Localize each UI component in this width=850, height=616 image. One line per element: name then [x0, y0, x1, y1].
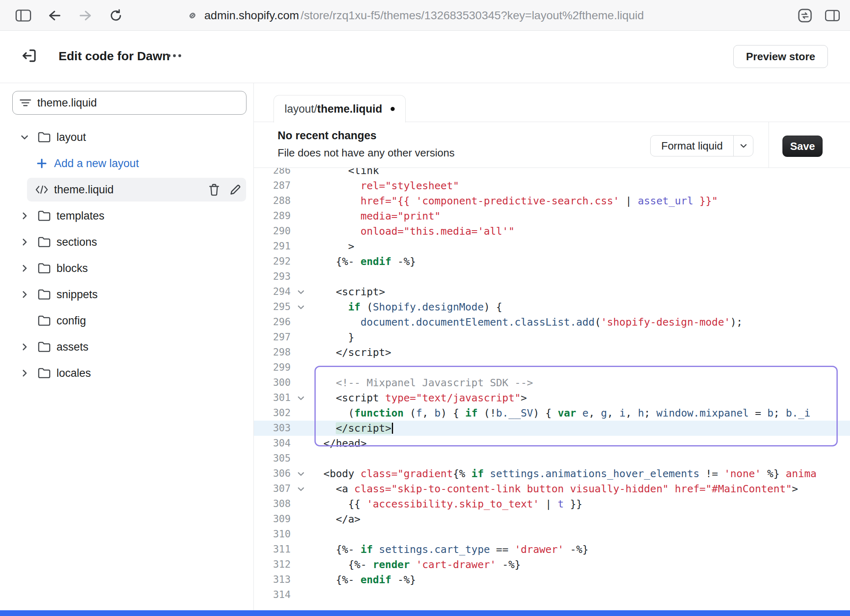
address-bar[interactable]: admin.shopify.com/store/rzq1xu-f5/themes… — [186, 0, 644, 31]
line-number[interactable]: 291 — [254, 239, 291, 254]
line-number[interactable]: 296 — [254, 315, 291, 330]
line-number[interactable]: 309 — [254, 512, 291, 527]
line-number[interactable]: 293 — [254, 269, 291, 284]
browser-extension-icon[interactable] — [796, 7, 814, 24]
delete-file-icon[interactable] — [203, 183, 225, 196]
sidebar-item-assets[interactable]: assets — [0, 334, 253, 360]
line-number[interactable]: 312 — [254, 557, 291, 572]
code-line-307[interactable]: 307 <a class="skip-to-content-link butto… — [254, 481, 850, 496]
code-line-299[interactable]: 299 — [254, 360, 850, 375]
line-number[interactable]: 307 — [254, 481, 291, 496]
line-number[interactable]: 306 — [254, 466, 291, 481]
line-number[interactable]: 290 — [254, 224, 291, 239]
line-number[interactable]: 301 — [254, 390, 291, 405]
code-line-297[interactable]: 297 } — [254, 330, 850, 345]
chevron-right-icon[interactable] — [16, 263, 34, 273]
code-line-292[interactable]: 292 {%- endif -%} — [254, 254, 850, 269]
code-line-301[interactable]: 301 <script type="text/javascript"> — [254, 390, 850, 405]
line-number[interactable]: 287 — [254, 178, 291, 193]
line-number[interactable]: 310 — [254, 527, 291, 542]
code-line-309[interactable]: 309 </a> — [254, 512, 850, 527]
save-button[interactable]: Save — [782, 136, 823, 157]
chevron-down-icon[interactable] — [16, 132, 34, 142]
line-number[interactable]: 286 — [254, 168, 291, 178]
code-line-296[interactable]: 296 document.documentElement.classList.a… — [254, 315, 850, 330]
code-line-295[interactable]: 295 if (Shopify.designMode) { — [254, 299, 850, 315]
line-number[interactable]: 292 — [254, 254, 291, 269]
code-line-302[interactable]: 302 (function (f, b) { if (!b.__SV) { va… — [254, 405, 850, 421]
code-line-291[interactable]: 291 > — [254, 239, 850, 254]
sidebar-item-templates[interactable]: templates — [0, 203, 253, 229]
file-search-box[interactable] — [12, 91, 246, 115]
chevron-right-icon[interactable] — [16, 290, 34, 299]
chevron-down-icon — [739, 141, 748, 150]
code-line-304[interactable]: 304 </head> — [254, 436, 850, 451]
chevron-right-icon[interactable] — [16, 368, 34, 378]
sidebar-item-layout[interactable]: layout — [0, 124, 253, 150]
code-line-313[interactable]: 313 {%- endif -%} — [254, 572, 850, 587]
line-number[interactable]: 294 — [254, 284, 291, 299]
sidebar-item-add-a-new-layout[interactable]: Add a new layout — [0, 150, 253, 177]
forward-icon[interactable] — [77, 7, 94, 24]
code-line-303[interactable]: 303 </script> — [254, 421, 850, 436]
overflow-menu-icon[interactable] — [163, 45, 186, 66]
line-number[interactable]: 313 — [254, 572, 291, 587]
code-line-298[interactable]: 298 </script> — [254, 345, 850, 360]
line-number[interactable]: 305 — [254, 451, 291, 466]
code-line-314[interactable]: 314 — [254, 587, 850, 602]
exit-code-editor-icon[interactable] — [19, 45, 40, 66]
sidebar-item-snippets[interactable]: snippets — [0, 281, 253, 308]
sidebar-item-blocks[interactable]: blocks — [0, 255, 253, 281]
reload-icon[interactable] — [107, 7, 124, 24]
line-number[interactable]: 295 — [254, 299, 291, 315]
line-number[interactable]: 308 — [254, 496, 291, 512]
sidebar-item-theme.liquid[interactable]: theme.liquid — [27, 178, 246, 202]
line-number[interactable]: 303 — [254, 421, 291, 436]
sidebar-toggle-icon[interactable] — [15, 7, 32, 24]
fold-chevron-icon[interactable] — [291, 299, 311, 315]
sidebar-item-config[interactable]: config — [0, 308, 253, 334]
code-line-290[interactable]: 290 onload="this.media='all'" — [254, 224, 850, 239]
code-line-308[interactable]: 308 {{ 'accessibility.skip_to_text' | t … — [254, 496, 850, 512]
rename-file-icon[interactable] — [225, 183, 246, 196]
format-liquid-dropdown[interactable] — [733, 136, 753, 156]
split-view-icon[interactable] — [824, 7, 841, 24]
code-line-289[interactable]: 289 media="print" — [254, 208, 850, 224]
format-liquid-button[interactable]: Format liquid — [651, 136, 733, 156]
code-editor[interactable]: 286 <link287 rel="stylesheet"288 href="{… — [254, 168, 850, 610]
sidebar-item-locales[interactable]: locales — [0, 360, 253, 386]
code-line-306[interactable]: 306 <body class="gradient{% if settings.… — [254, 466, 850, 481]
chevron-right-icon[interactable] — [16, 342, 34, 352]
sidebar-item-sections[interactable]: sections — [0, 229, 253, 255]
line-number[interactable]: 302 — [254, 405, 291, 421]
line-number[interactable]: 289 — [254, 208, 291, 224]
fold-chevron-icon[interactable] — [291, 466, 311, 481]
fold-chevron-icon[interactable] — [291, 481, 311, 496]
line-number[interactable]: 299 — [254, 360, 291, 375]
line-number[interactable]: 311 — [254, 542, 291, 557]
code-line-311[interactable]: 311 {%- if settings.cart_type == 'drawer… — [254, 542, 850, 557]
line-number[interactable]: 300 — [254, 375, 291, 390]
line-number[interactable]: 298 — [254, 345, 291, 360]
code-line-293[interactable]: 293 — [254, 269, 850, 284]
code-line-310[interactable]: 310 — [254, 527, 850, 542]
code-line-287[interactable]: 287 rel="stylesheet" — [254, 178, 850, 193]
line-number[interactable]: 304 — [254, 436, 291, 451]
line-number[interactable]: 288 — [254, 193, 291, 208]
fold-chevron-icon[interactable] — [291, 390, 311, 405]
file-search-input[interactable] — [36, 96, 240, 110]
code-line-312[interactable]: 312 {%- render 'cart-drawer' -%} — [254, 557, 850, 572]
code-line-286[interactable]: 286 <link — [254, 168, 850, 178]
line-number[interactable]: 297 — [254, 330, 291, 345]
code-line-288[interactable]: 288 href="{{ 'component-predictive-searc… — [254, 193, 850, 208]
chevron-right-icon[interactable] — [16, 211, 34, 221]
preview-store-button[interactable]: Preview store — [733, 45, 828, 68]
line-number[interactable]: 314 — [254, 587, 291, 602]
tab-theme-liquid[interactable]: layout/theme.liquid — [274, 95, 406, 122]
code-line-294[interactable]: 294 <script> — [254, 284, 850, 299]
code-line-305[interactable]: 305 — [254, 451, 850, 466]
chevron-right-icon[interactable] — [16, 237, 34, 247]
code-line-300[interactable]: 300 <!-- Mixpanel Javascript SDK --> — [254, 375, 850, 390]
back-icon[interactable] — [46, 7, 63, 24]
fold-chevron-icon[interactable] — [291, 284, 311, 299]
